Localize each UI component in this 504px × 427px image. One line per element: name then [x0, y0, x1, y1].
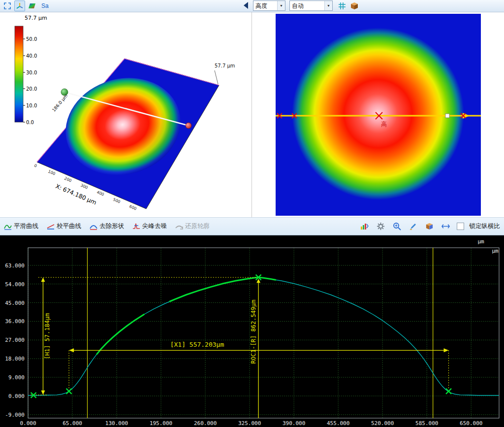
profile-toolbar-right-group: 锁定纵横比	[359, 221, 501, 232]
fit-width-button[interactable]	[441, 221, 451, 232]
colorbar-tick-label: 30.0	[26, 70, 37, 75]
scale-mode-value: 自动	[290, 1, 324, 10]
colorbar-tick-label: 20.0	[26, 86, 37, 92]
y-tick-label: -9.000	[5, 412, 25, 418]
surface-2d-plot[interactable]: 高	[252, 12, 504, 217]
unit-label: µm	[477, 238, 484, 245]
y-tick-label: 54.000	[5, 281, 25, 288]
button-label: 去除形状	[99, 222, 124, 230]
lock-aspect-label: 锁定纵横比	[470, 222, 501, 230]
x-tick-label: 400	[96, 190, 105, 197]
colorbar	[15, 26, 23, 122]
x-tick-label: 300	[80, 183, 89, 190]
axes-3d-icon	[16, 2, 24, 10]
x-tick-label: 130.000	[105, 420, 128, 427]
heightmap-dome	[288, 24, 468, 203]
z-axis-line	[215, 70, 218, 84]
x1-label: [X1] 557.203µm	[170, 341, 224, 348]
measure-settings-button[interactable]	[376, 221, 386, 232]
annotate-profile-button[interactable]	[408, 221, 419, 232]
y-tick-label: 27.000	[5, 337, 25, 343]
chevron-down-icon: ▼	[277, 1, 285, 10]
fit-screen-button[interactable]	[2, 0, 13, 11]
application-window: Sa 高度 ▼ 自动 ▼	[0, 0, 504, 427]
y-tick-label: 9.000	[8, 374, 25, 381]
button-label: 平滑曲线	[14, 222, 38, 230]
height-mode-value: 高度	[253, 1, 277, 10]
despike-button[interactable]: 尖峰去噪	[132, 222, 167, 230]
x-tick-label: 195.000	[150, 420, 172, 427]
x-tick-label: 390.000	[283, 420, 305, 427]
main-views: 57.7 µm 57.7 µm 50.0 40.0 30.0 20.0 10.0…	[0, 12, 504, 217]
top-toolbar-right-group: 高度 ▼ 自动 ▼	[253, 0, 360, 11]
height-mode-select[interactable]: 高度 ▼	[253, 0, 285, 11]
z-axis-max-label: 57.7 µm	[215, 63, 235, 68]
cube-view-button[interactable]	[349, 0, 360, 11]
restore-profile-icon	[175, 223, 183, 230]
x-axis-label: X: 674.180 µm	[55, 183, 97, 206]
x-tick-label: 455.000	[327, 420, 349, 427]
level-curve-button[interactable]: 校平曲线	[47, 222, 81, 230]
colorbar-max-label: 57.7 µm	[25, 15, 47, 21]
button-label: 还原轮廓	[185, 222, 210, 230]
despike-icon	[132, 223, 140, 230]
grid-icon	[338, 2, 346, 10]
y-tick-label: 45.000	[5, 300, 25, 306]
top-toolbar: Sa 高度 ▼ 自动 ▼	[0, 0, 504, 12]
colorbar-tick-label: 10.0	[26, 103, 37, 108]
roughness-params-icon	[360, 222, 369, 230]
profile-chart[interactable]: 63.00054.00045.00036.00027.00018.0009.00…	[0, 235, 504, 427]
colorbar-tick-label: 50.0	[26, 36, 37, 42]
surface-3d-plot[interactable]: 57.7 µm 57.7 µm 50.0 40.0 30.0 20.0 10.0…	[0, 12, 252, 217]
h1-label: [H1] 57.184µm	[44, 313, 51, 360]
center-marker-label: 高	[381, 121, 387, 128]
surface-view-icon	[28, 2, 36, 10]
x-tick-label: 0.000	[20, 420, 36, 427]
restore-profile-button[interactable]: 还原轮廓	[175, 222, 210, 230]
section-line-handle[interactable]	[445, 114, 449, 118]
y-tick-label: 18.000	[5, 356, 25, 362]
smooth-curve-button[interactable]: 平滑曲线	[4, 222, 38, 230]
x-tick-label: 200	[63, 176, 72, 183]
scale-mode-select[interactable]: 自动 ▼	[289, 0, 333, 11]
cube-icon	[425, 222, 434, 230]
x-tick-label: 0	[33, 164, 37, 168]
texture-view-button[interactable]	[424, 221, 435, 232]
profile-toolbar: 平滑曲线 校平曲线 去除形状 尖峰去噪	[0, 217, 504, 235]
edit-profile-icon	[409, 222, 417, 230]
colorbar-tick-label: 40.0	[26, 53, 37, 59]
gear-icon	[377, 222, 385, 230]
fit-screen-icon	[3, 2, 11, 10]
roc-label: ROC1-[R] 862.549µm	[250, 299, 257, 363]
x-tick-label: 100	[47, 169, 56, 176]
sa-parameter-label: Sa	[41, 2, 49, 9]
x-tick-label: 65.000	[63, 420, 82, 427]
fit-width-icon	[441, 222, 450, 230]
cube-3d-icon	[350, 1, 359, 10]
x-tick-label: 260.000	[194, 420, 217, 427]
surface-2d-panel: 高	[252, 12, 504, 217]
x-tick-label: 325.000	[238, 420, 261, 427]
axes-3d-button[interactable]	[14, 0, 25, 11]
chevron-down-icon: ▼	[324, 1, 332, 10]
button-label: 尖峰去噪	[142, 222, 167, 230]
y-tick-label: 36.000	[5, 318, 25, 325]
y-axis-label: 186.0 µm	[51, 93, 68, 112]
roughness-params-button[interactable]	[359, 221, 370, 232]
collapse-panel-button[interactable]	[244, 2, 248, 9]
profile-chart-panel: 63.00054.00045.00036.00027.00018.0009.00…	[0, 235, 504, 427]
surface-view-button[interactable]	[27, 0, 37, 11]
x-tick-label: 585.000	[415, 420, 438, 427]
zoom-in-button[interactable]	[392, 221, 403, 232]
remove-shape-button[interactable]: 去除形状	[90, 222, 124, 230]
grid-toggle-button[interactable]	[337, 0, 347, 11]
x-tick-label: 500	[112, 197, 121, 204]
x-tick-label: 600	[128, 204, 137, 211]
colorbar-tick-label: 0.0	[26, 120, 34, 125]
profile-end-handle[interactable]	[186, 123, 191, 129]
lock-aspect-checkbox[interactable]	[457, 223, 464, 230]
y-tick-label: 0.000	[8, 393, 25, 399]
unit-label: µm	[492, 248, 499, 254]
colorbar-ticks: 50.0 40.0 30.0 20.0 10.0 0.0	[23, 36, 37, 125]
y-tick-label: 63.000	[5, 263, 25, 269]
